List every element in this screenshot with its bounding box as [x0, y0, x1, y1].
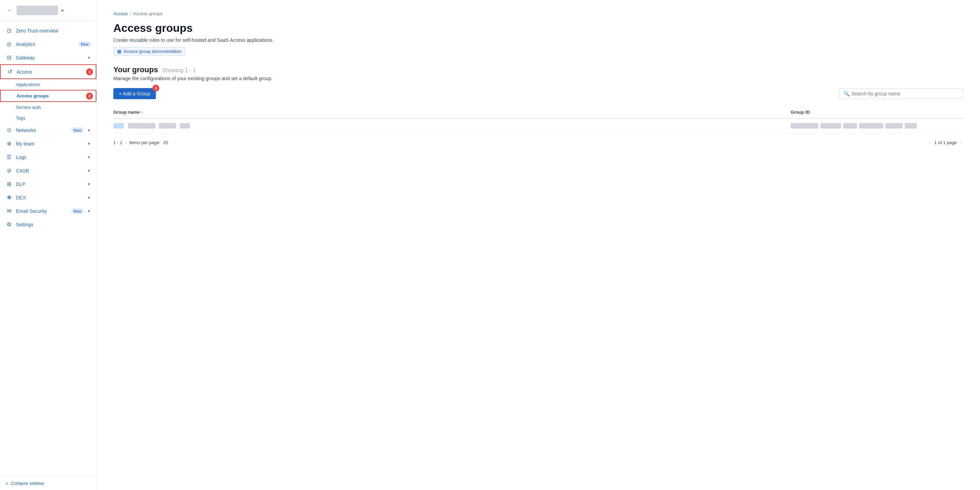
- casb-icon: ⊘: [6, 167, 13, 174]
- sidebar-item-casb[interactable]: ⊘ CASB ▼: [0, 164, 96, 177]
- group-id-label: Group ID: [791, 110, 810, 115]
- page-info: 1 of 1 page: [934, 140, 957, 145]
- sidebar-item-access[interactable]: ↺ Access ▲ 1: [0, 64, 96, 79]
- sidebar-item-logs[interactable]: ☰ Logs ▼: [0, 150, 96, 164]
- next-page-button[interactable]: ›: [959, 138, 963, 146]
- sidebar-item-label: Email Security: [16, 208, 68, 214]
- collapse-sidebar-button[interactable]: « Collapse sidebar: [0, 476, 96, 490]
- doc-link[interactable]: ▦ Access group documentation: [113, 47, 185, 56]
- settings-icon: ⚙: [6, 221, 13, 228]
- new-badge: New: [78, 41, 91, 47]
- group-id-blurred-4: [859, 123, 883, 129]
- chevron-down-icon: ▼: [87, 128, 91, 132]
- group-id-blurred-5: [885, 123, 903, 129]
- gateway-icon: ⊟: [6, 54, 13, 61]
- sidebar-navigation: ⊡ Zero Trust overview ◎ Analytics New ⊟ …: [0, 21, 96, 476]
- collapse-icon: «: [6, 480, 8, 486]
- sidebar-item-label: DEX: [16, 195, 84, 200]
- sidebar-item-label: My team: [16, 141, 84, 146]
- prev-page-button[interactable]: ‹: [928, 138, 932, 146]
- dlp-icon: ⊞: [6, 181, 13, 187]
- doc-icon: ▦: [117, 49, 121, 54]
- sidebar-item-analytics[interactable]: ◎ Analytics New: [0, 37, 96, 51]
- pagination-right: ‹ 1 of 1 page ›: [928, 138, 963, 146]
- group-name-blurred-3: [180, 123, 190, 129]
- section-title: Your groups: [113, 65, 158, 74]
- col-group-name-header: Group name ↑: [113, 110, 791, 115]
- sidebar-item-access-groups[interactable]: Access groups 2: [0, 90, 96, 102]
- pagination-left: 1 - 1 · Items per page: 20: [113, 140, 168, 145]
- step-3-badge: 3: [153, 85, 159, 92]
- group-name-blurred-2: [159, 123, 176, 129]
- items-per-page-label: Items per page:: [129, 140, 160, 145]
- toolbar: + Add a Group 3 🔍: [113, 88, 963, 99]
- sidebar-item-label: CASB: [16, 168, 84, 173]
- sidebar-item-zero-trust[interactable]: ⊡ Zero Trust overview: [0, 24, 96, 37]
- logs-icon: ☰: [6, 154, 13, 160]
- sidebar-item-my-team[interactable]: ⊕ My team ▼: [0, 137, 96, 150]
- new-badge: New: [71, 127, 84, 133]
- page-description: Create reusable rules to use for self-ho…: [113, 37, 963, 43]
- sidebar-item-label: Zero Trust overview: [16, 28, 91, 33]
- networks-icon: ⊙: [6, 127, 13, 134]
- step-1-badge: 1: [86, 68, 93, 75]
- group-id-blurred-2: [820, 123, 841, 129]
- chevron-down-icon: ▼: [87, 182, 91, 186]
- breadcrumb-current: Access groups: [134, 11, 163, 16]
- access-icon: ↺: [6, 68, 13, 75]
- my-team-icon: ⊕: [6, 140, 13, 147]
- dex-icon: ❋: [6, 194, 13, 201]
- expand-icon: ►: [61, 8, 65, 13]
- items-per-page-value: 20: [163, 140, 168, 145]
- sidebar-item-label: DLP: [16, 181, 84, 187]
- section-description: Manage the configurations of your existi…: [113, 76, 963, 81]
- back-button[interactable]: ←: [6, 6, 14, 15]
- doc-link-label: Access group documentation: [123, 49, 181, 54]
- applications-label: Applications: [16, 82, 40, 87]
- sidebar: ← ► ⊡ Zero Trust overview ◎ Analytics Ne…: [0, 0, 97, 490]
- tags-label: Tags: [16, 115, 25, 121]
- sidebar-header: ← ►: [0, 0, 96, 21]
- chevron-down-icon: ▼: [87, 142, 91, 146]
- pagination-separator: ·: [125, 140, 126, 145]
- table-row[interactable]: [113, 119, 963, 133]
- search-icon: 🔍: [843, 91, 850, 96]
- zero-trust-icon: ⊡: [6, 27, 13, 34]
- breadcrumb: Access / Access groups: [113, 11, 963, 16]
- sort-icon[interactable]: ↑: [142, 110, 143, 115]
- group-id-cell: [791, 123, 963, 129]
- sidebar-item-dlp[interactable]: ⊞ DLP ▼: [0, 177, 96, 191]
- chevron-down-icon: ▼: [87, 155, 91, 159]
- main-content: Access / Access groups Access groups Cre…: [97, 0, 980, 490]
- group-id-blurred-6: [905, 123, 917, 129]
- breadcrumb-separator: /: [130, 11, 131, 16]
- table-header: Group name ↑ Group ID: [113, 106, 963, 119]
- sidebar-item-tags[interactable]: Tags: [0, 113, 96, 123]
- sidebar-item-label: Networks: [16, 127, 68, 133]
- chevron-down-icon: ▼: [87, 56, 91, 60]
- sidebar-item-gateway[interactable]: ⊟ Gateway ▼: [0, 51, 96, 64]
- sidebar-item-label: Logs: [16, 154, 84, 160]
- sidebar-item-service-auth[interactable]: Service auth: [0, 102, 96, 113]
- access-groups-label: Access groups: [17, 93, 49, 99]
- sidebar-item-settings[interactable]: ⚙ Settings: [0, 218, 96, 231]
- new-badge: New: [71, 208, 84, 214]
- sidebar-item-label: Access: [17, 69, 83, 75]
- sidebar-item-email-security[interactable]: ✉ Email Security New ▼: [0, 204, 96, 218]
- add-group-button[interactable]: + Add a Group 3: [113, 88, 156, 99]
- group-id-blurred-3: [843, 123, 857, 129]
- service-auth-label: Service auth: [16, 105, 41, 110]
- search-box: 🔍: [839, 89, 963, 99]
- sidebar-item-networks[interactable]: ⊙ Networks New ▼: [0, 123, 96, 137]
- search-input[interactable]: [851, 91, 959, 96]
- sidebar-item-applications[interactable]: Applications: [0, 79, 96, 90]
- breadcrumb-parent[interactable]: Access: [113, 11, 128, 16]
- sidebar-item-label: Gateway: [16, 55, 84, 60]
- chevron-down-icon: ▼: [87, 196, 91, 200]
- pagination: 1 - 1 · Items per page: 20 ‹ 1 of 1 page…: [113, 138, 963, 146]
- section-count: Showing 1 - 1: [162, 67, 196, 73]
- group-name-label: Group name: [113, 110, 140, 115]
- group-name-cell: [113, 123, 791, 129]
- chevron-down-icon: ▼: [87, 209, 91, 213]
- sidebar-item-dex[interactable]: ❋ DEX ▼: [0, 191, 96, 204]
